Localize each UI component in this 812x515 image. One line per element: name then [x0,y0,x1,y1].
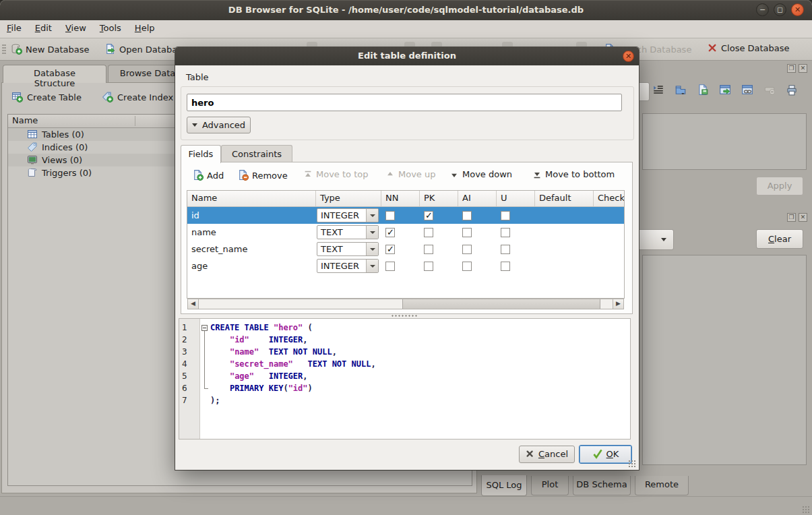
move-down-button[interactable]: Move down [449,169,512,184]
import-icon[interactable] [675,84,688,97]
tab-fields[interactable]: Fields [181,145,221,163]
fold-margin[interactable] [199,346,210,358]
menu-item-edit[interactable]: Edit [28,20,59,38]
ai-checkbox[interactable] [462,262,472,271]
new-database-button[interactable]: New Database [11,43,90,57]
close-icon[interactable]: ✕ [791,3,804,16]
remove-button[interactable]: Remove [237,169,288,184]
ok-button[interactable]: OK [579,445,632,464]
column-header-type[interactable]: Type [316,191,381,206]
chevron-down-icon[interactable] [366,209,378,222]
field-row-id[interactable]: idINTEGER [187,207,624,224]
chevron-down-icon[interactable] [366,260,378,272]
table-name-input[interactable] [187,94,622,111]
apply-button[interactable]: Apply [756,177,803,195]
column-header-ai[interactable]: AI [458,191,497,206]
tab-constraints[interactable]: Constraints [221,145,292,162]
tab-database-structure[interactable]: Database Structure [3,65,106,83]
scroll-right-icon[interactable]: ▶ [613,299,623,309]
fold-margin[interactable] [199,394,210,406]
column-header-nn[interactable]: NN [381,191,420,206]
nn-checkbox[interactable] [385,228,395,237]
scroll-left-icon[interactable]: ◀ [188,299,199,309]
move-to-bottom-button[interactable]: Move to bottom [532,169,615,184]
u-checkbox[interactable] [501,245,510,254]
clear-button[interactable]: Clear [756,229,803,249]
pk-checkbox[interactable] [424,211,433,220]
cancel-button[interactable]: Cancel [519,446,575,463]
pk-checkbox[interactable] [424,228,433,237]
chevron-down-icon[interactable] [366,226,378,239]
create-index-button[interactable]: Create Index [102,91,173,107]
sql-code[interactable]: "age" INTEGER, [210,370,308,382]
type-dropdown[interactable]: INTEGER [317,208,379,222]
sql-code[interactable]: CREATE TABLE "hero" ( [210,322,313,334]
field-name[interactable]: name [187,227,316,237]
collapse-icon[interactable] [201,325,208,331]
fold-margin[interactable] [199,382,210,394]
dialog-close-icon[interactable]: ✕ [623,51,634,62]
type-dropdown[interactable]: TEXT [317,242,379,256]
field-row-age[interactable]: ageINTEGER [187,258,624,274]
sql-code[interactable]: ); [210,394,220,406]
chevron-down-icon[interactable] [366,243,378,255]
dock-float-icon[interactable]: ❐ [787,213,796,222]
u-checkbox[interactable] [501,211,510,220]
tab-plot[interactable]: Plot [531,476,569,495]
type-dropdown[interactable]: TEXT [317,225,379,239]
tab-sql-log[interactable]: SQL Log [481,475,527,496]
save-icon[interactable] [697,84,710,97]
column-header-pk[interactable]: PK [420,191,458,206]
scrollbar-thumb[interactable] [402,299,600,309]
tab-db-schema[interactable]: DB Schema [573,476,631,495]
minimize-icon[interactable]: − [756,3,769,16]
pk-checkbox[interactable] [424,245,433,254]
u-checkbox[interactable] [501,262,510,271]
set-null-icon[interactable] [763,84,777,97]
menu-item-view[interactable]: View [59,20,93,38]
type-dropdown[interactable]: INTEGER [317,259,379,273]
sql-code[interactable]: "id" INTEGER, [210,334,308,346]
export-icon[interactable] [719,84,732,97]
field-name[interactable]: age [187,261,316,271]
column-header-check[interactable]: Check [594,191,625,206]
fold-margin[interactable] [199,322,210,334]
nn-checkbox[interactable] [385,262,395,271]
create-table-button[interactable]: Create Table [11,91,82,107]
print-icon[interactable] [786,84,799,97]
menu-item-tools[interactable]: Tools [93,20,128,38]
dock-close-icon[interactable]: ✕ [799,64,807,73]
ai-checkbox[interactable] [462,211,472,220]
fold-margin[interactable] [199,358,210,370]
nn-checkbox[interactable] [385,245,395,254]
tab-remote[interactable]: Remote [635,476,689,495]
splitter-handle[interactable] [391,314,418,317]
field-name[interactable]: secret_name [187,244,316,254]
add-button[interactable]: Add [192,169,224,184]
ai-checkbox[interactable] [462,228,472,237]
u-checkbox[interactable] [501,228,510,237]
column-header-default[interactable]: Default [535,191,594,206]
fold-margin[interactable] [199,334,210,346]
toolbar-drag-handle[interactable] [2,44,6,55]
column-divider[interactable] [135,116,135,126]
menu-item-file[interactable]: File [0,20,28,38]
pk-checkbox[interactable] [424,262,433,271]
dock-float-icon[interactable]: ❐ [787,64,796,73]
sql-code[interactable]: "name" TEXT NOT NULL, [210,346,337,358]
dialog-titlebar[interactable]: Edit table definition [175,47,639,65]
fold-margin[interactable] [199,370,210,382]
maximize-icon[interactable]: ◻ [774,3,786,16]
menu-item-help[interactable]: Help [128,20,162,38]
dock-close-icon[interactable]: ✕ [799,213,807,222]
sql-code[interactable]: "secret_name" TEXT NOT NULL, [210,358,376,370]
column-header-u[interactable]: U [497,191,535,206]
advanced-toggle-button[interactable]: Advanced [187,117,251,133]
sql-code[interactable]: PRIMARY KEY("id") [210,382,313,394]
indent-icon[interactable] [652,84,666,97]
sql-log-area[interactable] [642,255,807,465]
field-row-secret_name[interactable]: secret_nameTEXT [187,241,624,258]
field-name[interactable]: id [187,210,316,220]
ai-checkbox[interactable] [462,245,472,254]
link-icon[interactable] [741,84,755,97]
